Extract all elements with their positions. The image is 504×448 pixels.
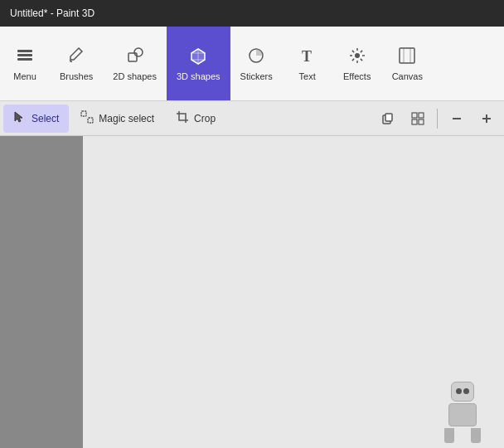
svg-rect-1: [17, 54, 32, 56]
grid-icon: [411, 112, 424, 125]
crop-button[interactable]: Crop: [166, 105, 225, 133]
crop-icon: [176, 110, 189, 127]
toolbar-item-2d-shapes[interactable]: 2D shapes: [103, 27, 167, 100]
robot-eye-left: [456, 388, 462, 394]
app-title: Untitled* - Paint 3D: [10, 7, 94, 19]
toolbar-item-stickers[interactable]: Stickers: [230, 27, 283, 100]
brushes-label: Brushes: [60, 71, 93, 81]
robot-head: [451, 382, 474, 402]
canvas-icon: [398, 46, 416, 68]
toolbar-item-canvas[interactable]: Canvas: [382, 27, 433, 100]
toolbar-item-text[interactable]: T Text: [283, 27, 332, 100]
toolbar-item-menu[interactable]: Menu: [0, 27, 50, 100]
svg-rect-11: [81, 111, 86, 116]
minus-icon: [450, 112, 463, 125]
svg-rect-0: [17, 50, 32, 52]
2d-shapes-label: 2D shapes: [113, 71, 157, 81]
2d-shapes-icon: [126, 46, 144, 68]
crop-label: Crop: [194, 113, 216, 124]
toolbar-divider: [437, 109, 438, 129]
svg-rect-8: [400, 48, 414, 63]
3d-shapes-label: 3D shapes: [177, 71, 220, 81]
grid-button[interactable]: [404, 105, 432, 133]
3d-figure: [438, 382, 487, 440]
robot-body: [448, 403, 477, 426]
stickers-icon: [247, 46, 265, 68]
svg-point-7: [355, 53, 360, 58]
plus-icon: [480, 112, 493, 125]
svg-text:T: T: [302, 48, 312, 65]
toolbar-item-effects[interactable]: Effects: [332, 27, 382, 100]
title-bar: Untitled* - Paint 3D: [0, 0, 504, 27]
magic-select-icon: [80, 110, 94, 127]
stickers-label: Stickers: [240, 71, 273, 81]
effects-label: Effects: [343, 71, 371, 81]
svg-point-4: [134, 48, 143, 56]
robot-eye-right: [463, 388, 469, 394]
zoom-out-button[interactable]: [443, 105, 471, 133]
svg-rect-18: [419, 119, 424, 124]
robot-leg-right: [471, 428, 481, 443]
zoom-in-button[interactable]: [472, 105, 501, 133]
canvas-area: [0, 136, 504, 448]
toolbar-item-brushes[interactable]: Brushes: [50, 27, 103, 100]
view-paste-button[interactable]: [374, 105, 402, 133]
text-label: Text: [299, 71, 316, 81]
brushes-icon: [67, 46, 85, 68]
paste-icon: [381, 112, 395, 125]
left-panel: [0, 136, 83, 448]
3d-shapes-icon: [189, 46, 207, 68]
secondary-toolbar: Select Magic select Crop: [0, 101, 504, 136]
effects-icon: [348, 46, 366, 68]
magic-select-button[interactable]: Magic select: [70, 105, 164, 133]
select-button[interactable]: Select: [3, 105, 69, 133]
magic-select-label: Magic select: [99, 113, 154, 124]
svg-rect-17: [412, 119, 417, 124]
robot-leg-left: [444, 428, 454, 443]
svg-rect-2: [17, 58, 32, 61]
svg-rect-16: [419, 113, 424, 118]
menu-icon: [16, 46, 34, 68]
select-icon: [13, 110, 27, 127]
select-label: Select: [32, 113, 59, 124]
toolbar-item-3d-shapes[interactable]: 3D shapes: [167, 27, 230, 100]
main-toolbar: Menu Brushes 2D shapes 3D shapes: [0, 27, 504, 101]
svg-rect-14: [385, 114, 392, 121]
svg-rect-15: [412, 113, 417, 118]
menu-label: Menu: [13, 71, 36, 81]
text-icon: T: [298, 46, 317, 68]
svg-rect-12: [88, 118, 93, 123]
canvas-label: Canvas: [392, 71, 423, 81]
canvas[interactable]: [83, 136, 504, 448]
